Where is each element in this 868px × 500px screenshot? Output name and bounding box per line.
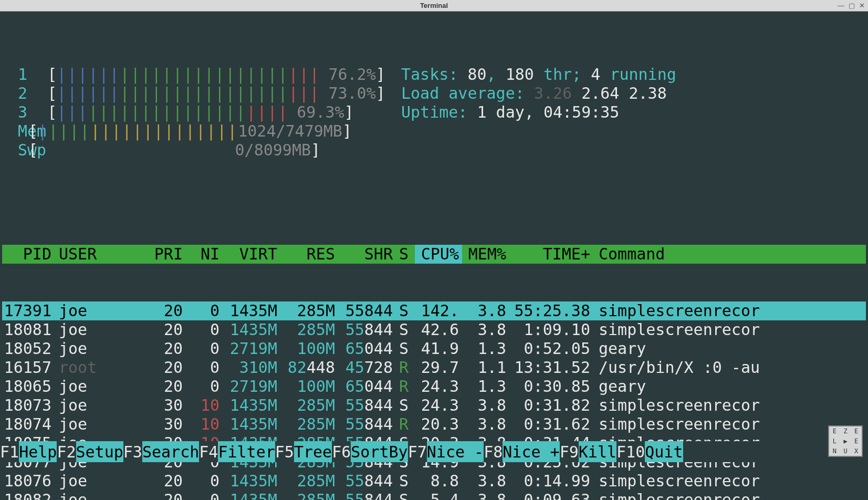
process-row[interactable]: 18076 joe 20 0 1435M 285M 55844 S 8.8 3.…	[2, 472, 866, 491]
fkey-F3: F3	[123, 441, 142, 462]
col-shr[interactable]: SHR	[338, 245, 396, 264]
faction-Setup[interactable]: Setup	[76, 441, 123, 462]
fkey-F10: F10	[616, 441, 645, 462]
fkey-F9: F9	[560, 441, 579, 462]
col-pri[interactable]: PRI	[133, 245, 186, 264]
col-s[interactable]: S	[396, 245, 415, 264]
faction-Filter[interactable]: Filter	[218, 441, 275, 462]
faction-Search[interactable]: Search	[142, 441, 199, 462]
maximize-button[interactable]: ▢	[849, 2, 855, 9]
col-cmd[interactable]: Command	[593, 245, 866, 264]
faction-Kill[interactable]: Kill	[579, 441, 616, 462]
window-title: Terminal	[420, 2, 448, 9]
meter-row: Mem[|||||||||||||||||||1024/7479MB]	[2, 122, 866, 141]
meter-row: 2 [|||||||||||||||||||||||||73.0%]Load a…	[2, 84, 866, 103]
process-row[interactable]: 18082 joe 20 0 1435M 285M 55844 S 5.4 3.…	[2, 491, 866, 500]
col-res[interactable]: RES	[280, 245, 338, 264]
minimize-button[interactable]: —	[838, 2, 844, 9]
col-virt[interactable]: VIRT	[223, 245, 280, 264]
col-mem[interactable]: MEM%	[462, 245, 509, 264]
faction-Nice +[interactable]: Nice +	[503, 441, 559, 462]
fkey-F4: F4	[199, 441, 218, 462]
fkey-F5: F5	[275, 441, 294, 462]
titlebar: Terminal — ▢ ✕	[0, 0, 868, 12]
faction-Nice -[interactable]: Nice -	[427, 441, 484, 462]
process-header[interactable]: PID USER PRI NI VIRT RES SHR S CPU% MEM%…	[2, 245, 866, 264]
meter-row: 3 [||||||||||||||||||||||69.3%]Uptime: 1…	[2, 103, 866, 122]
fkey-F1: F1	[0, 441, 19, 462]
col-ni[interactable]: NI	[186, 245, 223, 264]
fkey-F7: F7	[408, 441, 427, 462]
process-row[interactable]: 16157 root 20 0 310M 82448 45728 R 29.7 …	[2, 358, 866, 377]
process-row[interactable]: 17391 joe 20 0 1435M 285M 55844 S 142. 3…	[2, 301, 866, 320]
fkey-F6: F6	[332, 441, 351, 462]
meter-row: Swp[0/8099MB]	[2, 141, 866, 160]
meter-row: 1 [|||||||||||||||||||||||||76.2%]Tasks:…	[2, 65, 866, 84]
function-key-bar: F1Help F2Setup F3SearchF4FilterF5Tree F6…	[0, 441, 868, 462]
fkey-F8: F8	[484, 441, 503, 462]
close-button[interactable]: ✕	[859, 2, 865, 9]
watermark-logo: EZE L▶E NUX	[828, 425, 863, 457]
process-row[interactable]: 18073 joe 30 10 1435M 285M 55844 S 24.3 …	[2, 396, 866, 415]
process-row[interactable]: 18074 joe 30 10 1435M 285M 55844 R 20.3 …	[2, 415, 866, 434]
col-user[interactable]: USER	[55, 245, 133, 264]
col-time[interactable]: TIME+	[509, 245, 593, 264]
process-row[interactable]: 18081 joe 20 0 1435M 285M 55844 S 42.6 3…	[2, 320, 866, 339]
htop-screen: 1 [|||||||||||||||||||||||||76.2%]Tasks:…	[0, 12, 868, 500]
process-row[interactable]: 18065 joe 20 0 2719M 100M 65044 R 24.3 1…	[2, 377, 866, 396]
process-row[interactable]: 18052 joe 20 0 2719M 100M 65044 S 41.9 1…	[2, 339, 866, 358]
fkey-F2: F2	[57, 441, 76, 462]
faction-Tree[interactable]: Tree	[294, 441, 332, 462]
faction-Quit[interactable]: Quit	[645, 441, 683, 462]
col-pid[interactable]: PID	[2, 245, 55, 264]
col-cpu[interactable]: CPU%	[415, 245, 462, 264]
faction-SortBy[interactable]: SortBy	[351, 441, 407, 462]
faction-Help[interactable]: Help	[19, 441, 57, 462]
